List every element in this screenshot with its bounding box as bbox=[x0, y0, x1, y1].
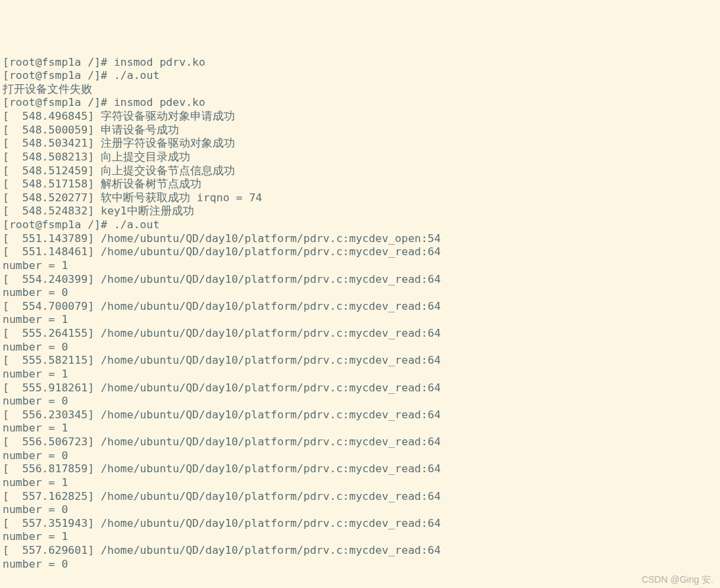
terminal-line: [ 548.500059] 申请设备号成功 bbox=[3, 124, 717, 137]
terminal-line: [ 557.629601] /home/ubuntu/QD/day10/plat… bbox=[3, 544, 717, 558]
terminal-line: number = 1 bbox=[3, 476, 717, 490]
terminal-line: [ 555.582115] /home/ubuntu/QD/day10/plat… bbox=[3, 354, 717, 368]
terminal-line: [ 551.148461] /home/ubuntu/QD/day10/plat… bbox=[3, 245, 717, 259]
watermark-text: CSDN @Ging 安. bbox=[642, 574, 713, 586]
terminal-line: [ 555.918261] /home/ubuntu/QD/day10/plat… bbox=[3, 381, 717, 395]
terminal-line: [root@fsmp1a /]# insmod pdrv.ko bbox=[3, 56, 717, 70]
terminal-line: number = 1 bbox=[3, 422, 717, 435]
terminal-line: [ 556.817859] /home/ubuntu/QD/day10/plat… bbox=[3, 462, 717, 476]
terminal-line: [ 554.240399] /home/ubuntu/QD/day10/plat… bbox=[3, 273, 717, 287]
terminal-line: [ 548.496845] 字符设备驱动对象申请成功 bbox=[3, 110, 717, 124]
terminal-line: [ 555.264155] /home/ubuntu/QD/day10/plat… bbox=[3, 327, 717, 341]
terminal-line: [ 548.508213] 向上提交目录成功 bbox=[3, 151, 717, 164]
terminal-line: [ 548.503421] 注册字符设备驱动对象成功 bbox=[3, 137, 717, 151]
terminal-line: [root@fsmp1a /]# insmod pdev.ko bbox=[3, 96, 717, 110]
terminal-output[interactable]: [root@fsmp1a /]# insmod pdrv.ko[root@fsm… bbox=[3, 56, 717, 572]
terminal-line: number = 1 bbox=[3, 530, 717, 544]
terminal-line: [ 556.506723] /home/ubuntu/QD/day10/plat… bbox=[3, 435, 717, 449]
terminal-line: number = 1 bbox=[3, 313, 717, 327]
terminal-line: [ 548.512459] 向上提交设备节点信息成功 bbox=[3, 164, 717, 178]
terminal-line: number = 1 bbox=[3, 368, 717, 381]
terminal-line: number = 0 bbox=[3, 341, 717, 355]
terminal-line: [root@fsmp1a /]# ./a.out bbox=[3, 69, 717, 83]
terminal-line: [ 548.524832] key1中断注册成功 bbox=[3, 205, 717, 218]
terminal-line: number = 0 bbox=[3, 503, 717, 517]
terminal-line: [ 548.520277] 软中断号获取成功 irqno = 74 bbox=[3, 191, 717, 205]
terminal-line: [ 557.162825] /home/ubuntu/QD/day10/plat… bbox=[3, 490, 717, 504]
terminal-line: 打开设备文件失败 bbox=[3, 83, 717, 97]
terminal-line: [ 556.230345] /home/ubuntu/QD/day10/plat… bbox=[3, 408, 717, 422]
terminal-line: number = 0 bbox=[3, 449, 717, 463]
terminal-line: [ 548.517158] 解析设备树节点成功 bbox=[3, 178, 717, 191]
terminal-line: [root@fsmp1a /]# ./a.out bbox=[3, 218, 717, 232]
terminal-line: number = 1 bbox=[3, 259, 717, 273]
terminal-line: [ 557.351943] /home/ubuntu/QD/day10/plat… bbox=[3, 517, 717, 531]
terminal-line: [ 551.143789] /home/ubuntu/QD/day10/plat… bbox=[3, 232, 717, 246]
terminal-line: number = 0 bbox=[3, 286, 717, 300]
terminal-line: number = 0 bbox=[3, 558, 717, 572]
terminal-line: number = 0 bbox=[3, 395, 717, 408]
terminal-line: [ 554.700079] /home/ubuntu/QD/day10/plat… bbox=[3, 300, 717, 314]
